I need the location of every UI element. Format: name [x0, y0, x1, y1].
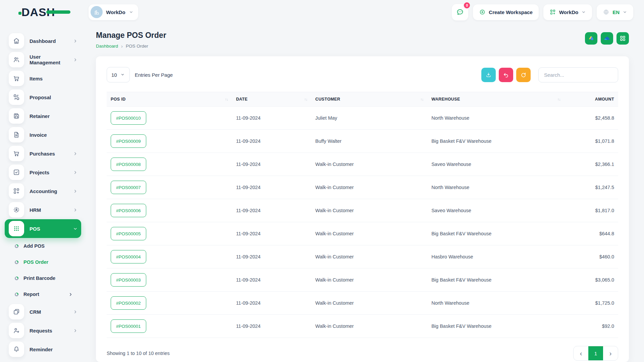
- pos-id-link[interactable]: #POS00004: [111, 250, 146, 263]
- onedrive-icon: [603, 35, 610, 42]
- page-title: Manage POS Order: [96, 31, 166, 40]
- pos-id-cell: #POS00004: [107, 245, 232, 268]
- language-menu-button[interactable]: EN: [597, 4, 633, 20]
- table-row: #POS0000911-09-2024Buffy WalterBig Baske…: [107, 130, 618, 153]
- brand-logo[interactable]: DASH: [21, 6, 55, 19]
- pagination-prev-button[interactable]: ‹: [574, 346, 588, 360]
- warehouse-cell: Saveo Warehouse: [427, 199, 565, 222]
- pos-id-link[interactable]: #POS00005: [111, 227, 146, 240]
- sidebar-item-label: Projects: [30, 170, 49, 175]
- sidebar-subitem-report[interactable]: Report: [5, 286, 81, 302]
- column-header-warehouse[interactable]: WAREHOUSE↑↓: [427, 92, 565, 107]
- org-switcher[interactable]: WorkDo: [89, 4, 138, 20]
- google-drive-button[interactable]: [585, 32, 597, 45]
- sidebar-item-label: HRM: [30, 207, 41, 213]
- sidebar-item-projects[interactable]: Projects: [5, 163, 81, 182]
- pos-id-link[interactable]: #POS00007: [111, 181, 146, 194]
- sidebar-item-requests[interactable]: Requests: [5, 321, 81, 340]
- sidebar-item-accounting[interactable]: Accounting: [5, 182, 81, 200]
- sidebar-item-label: User Management: [30, 54, 73, 65]
- refresh-button[interactable]: [516, 68, 531, 82]
- date-cell: 11-09-2024: [232, 315, 311, 338]
- pos-id-cell: #POS00005: [107, 222, 232, 245]
- pos-id-cell: #POS00006: [107, 199, 232, 222]
- sidebar-item-pos[interactable]: POS: [5, 219, 81, 238]
- home-icon: [9, 33, 24, 49]
- swap-squares-icon: [9, 89, 24, 105]
- sidebar-item-items[interactable]: Items: [5, 69, 81, 88]
- customer-cell: Walk-in Customer: [311, 222, 427, 245]
- amount-cell: $2,366.1: [565, 153, 618, 176]
- create-workspace-button[interactable]: Create Workspace: [473, 4, 539, 20]
- sidebar-item-purchases[interactable]: Purchases: [5, 144, 81, 163]
- pos-id-link[interactable]: #POS00003: [111, 273, 146, 287]
- date-cell: 11-09-2024: [232, 199, 311, 222]
- pos-id-cell: #POS00001: [107, 315, 232, 338]
- sidebar-item-label: Invoice: [30, 132, 47, 138]
- pos-id-link[interactable]: #POS00008: [111, 158, 146, 171]
- integration-buttons: [585, 32, 629, 45]
- pos-id-link[interactable]: #POS00006: [111, 204, 146, 217]
- column-header-customer[interactable]: CUSTOMER↑↓: [311, 92, 427, 107]
- warehouse-cell: Big Basket F&V Warehouse: [427, 130, 565, 153]
- sidebar-item-retainer[interactable]: Retainer: [5, 107, 81, 125]
- pos-id-link[interactable]: #POS00009: [111, 134, 146, 148]
- sidebar-item-label: Retainer: [30, 113, 50, 119]
- column-header-date[interactable]: DATE↑↓: [232, 92, 311, 107]
- workspace-menu-button[interactable]: WorkDo: [543, 4, 592, 20]
- export-button[interactable]: [481, 68, 496, 82]
- sidebar-item-proposal[interactable]: Proposal: [5, 88, 81, 107]
- chevron-right-icon: [73, 328, 78, 333]
- entries-per-page-select[interactable]: 10: [107, 67, 130, 82]
- undo-button[interactable]: [499, 68, 513, 82]
- breadcrumb-dashboard-link[interactable]: Dashboard: [96, 44, 118, 49]
- sidebar-item-label: Items: [30, 76, 43, 81]
- amount-cell: $644.8: [565, 222, 618, 245]
- cart-icon: [9, 146, 24, 161]
- pos-id-link[interactable]: #POS00002: [111, 296, 146, 310]
- sidebar-subitem-print-barcode[interactable]: Print Barcode: [5, 270, 81, 286]
- pos-id-link[interactable]: #POS00010: [111, 111, 146, 125]
- pos-id-link[interactable]: #POS00001: [111, 319, 146, 333]
- org-avatar: [91, 6, 103, 18]
- sort-arrows-icon[interactable]: ↑↓: [304, 97, 307, 101]
- sidebar-item-reminder[interactable]: Reminder: [5, 340, 81, 359]
- sidebar-item-label: Purchases: [30, 151, 55, 157]
- sort-arrows-icon[interactable]: ↑↓: [557, 97, 560, 101]
- chevron-right-icon: [68, 292, 73, 297]
- users-icon: [9, 52, 24, 67]
- search-input[interactable]: [538, 67, 618, 82]
- pagination-next-button[interactable]: ›: [603, 346, 618, 360]
- chevron-right-icon: [73, 170, 78, 175]
- sidebar-subitem-pos-order[interactable]: POS Order: [5, 254, 81, 270]
- column-label: WAREHOUSE: [431, 97, 460, 102]
- chevron-down-icon: [581, 10, 586, 14]
- table-row: #POS0000211-09-2024Walk-in CustomerNorth…: [107, 292, 618, 315]
- sidebar-item-invoice[interactable]: Invoice: [5, 125, 81, 144]
- date-cell: 11-09-2024: [232, 245, 311, 268]
- sidebar-item-crm[interactable]: CRM: [5, 302, 81, 321]
- sidebar-item-label: POS: [30, 226, 40, 232]
- messages-button[interactable]: 0: [452, 4, 468, 20]
- warehouse-cell: North Warehouse: [427, 107, 565, 130]
- sidebar-item-user-management[interactable]: User Management: [5, 50, 81, 69]
- sidebar-subitem-add-pos[interactable]: Add POS: [5, 238, 81, 254]
- sort-arrows-icon[interactable]: ↑↓: [420, 97, 423, 101]
- grid-view-button[interactable]: [616, 32, 629, 45]
- sidebar-item-dashboard[interactable]: Dashboard: [5, 32, 81, 50]
- google-drive-icon: [588, 35, 595, 42]
- sort-arrows-icon[interactable]: ↑↓: [225, 97, 228, 101]
- pos-id-cell: #POS00009: [107, 130, 232, 153]
- sidebar-item-hrm[interactable]: HRM: [5, 200, 81, 219]
- user-plus-icon: [9, 323, 24, 338]
- pagination-page-1[interactable]: 1: [588, 346, 603, 360]
- create-workspace-label: Create Workspace: [489, 9, 533, 15]
- download-icon: [485, 72, 492, 78]
- chevron-right-icon: [73, 57, 78, 62]
- onedrive-button[interactable]: [601, 32, 613, 45]
- org-name: WorkDo: [106, 9, 125, 15]
- column-header-pos-id[interactable]: POS ID↑↓: [107, 92, 232, 107]
- undo-icon: [503, 72, 509, 78]
- date-cell: 11-09-2024: [232, 222, 311, 245]
- sidebar-item-label: CRM: [30, 309, 41, 315]
